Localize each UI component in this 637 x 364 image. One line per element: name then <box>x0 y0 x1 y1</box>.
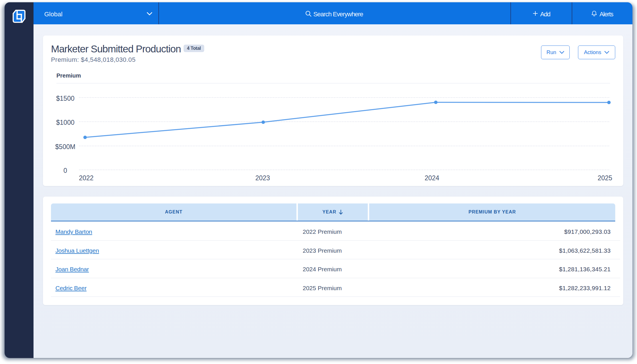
svg-text:Premium: Premium <box>56 72 81 79</box>
svg-text:2025: 2025 <box>597 174 612 182</box>
svg-text:0: 0 <box>64 167 67 174</box>
svg-text:2024: 2024 <box>424 174 439 182</box>
svg-text:$500M: $500M <box>55 143 75 151</box>
svg-text:$1500: $1500 <box>56 95 74 102</box>
svg-text:$1000: $1000 <box>56 119 74 126</box>
svg-text:2022: 2022 <box>79 174 93 182</box>
svg-text:2023: 2023 <box>255 174 270 182</box>
